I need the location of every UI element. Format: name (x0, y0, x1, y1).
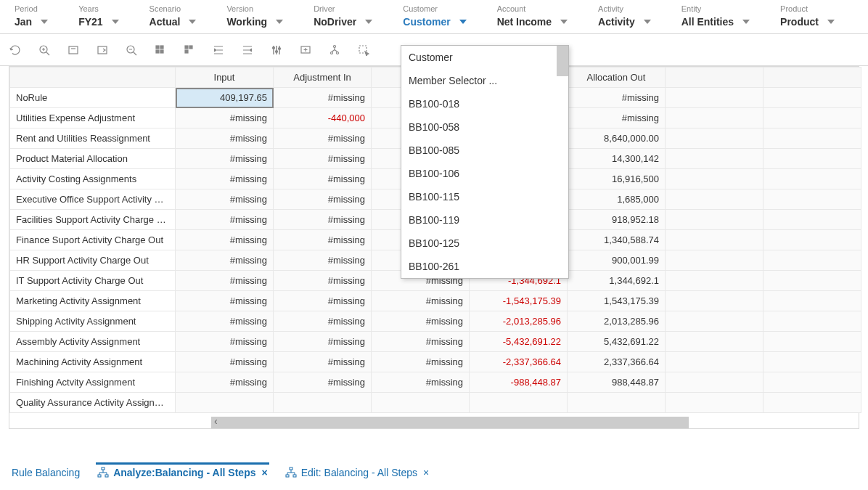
filter-entity[interactable]: EntityAll Entities (673, 3, 771, 29)
filter-value[interactable]: Actual (150, 16, 197, 28)
dropdown-item[interactable]: BB100-119 (401, 208, 568, 232)
grid-remove-icon[interactable] (183, 44, 196, 57)
comment-add-icon[interactable] (299, 44, 312, 57)
bottom-tab[interactable]: Analyze:Balancing - All Steps× (96, 462, 269, 483)
data-cell[interactable] (763, 149, 861, 169)
data-cell[interactable]: 8,640,000.00 (568, 128, 666, 149)
filter-driver[interactable]: DriverNoDriver (305, 3, 394, 29)
data-cell[interactable] (666, 230, 763, 250)
data-cell[interactable]: 988,448.87 (568, 372, 666, 393)
dropdown-scrollbar[interactable] (557, 46, 568, 76)
filter-scenario[interactable]: ScenarioActual (141, 3, 218, 29)
data-cell[interactable]: #missing (176, 189, 274, 210)
data-cell[interactable] (763, 169, 861, 189)
row-header[interactable]: Quality Assurance Activity Assignment (10, 393, 176, 413)
data-cell[interactable]: #missing (176, 352, 274, 372)
indent-left-icon[interactable] (212, 44, 225, 57)
data-cell[interactable]: #missing (176, 149, 274, 169)
data-cell[interactable] (763, 332, 861, 352)
close-icon[interactable]: × (261, 467, 267, 478)
data-cell[interactable]: #missing (372, 311, 470, 332)
data-cell[interactable] (666, 88, 763, 108)
dropdown-item[interactable]: BB100-018 (401, 92, 568, 115)
data-cell[interactable]: #missing (568, 108, 666, 128)
data-cell[interactable]: #missing (176, 311, 274, 332)
data-cell[interactable]: 1,543,175.39 (568, 291, 666, 311)
filter-value[interactable]: All Entities (681, 16, 750, 28)
dropdown-item[interactable]: BB100-125 (401, 232, 568, 255)
data-cell[interactable]: 16,916,500 (568, 169, 666, 189)
data-cell[interactable]: 900,001.99 (568, 250, 666, 271)
data-cell[interactable] (763, 372, 861, 393)
row-header[interactable]: Shipping Activity Assignment (10, 311, 176, 332)
data-cell[interactable] (763, 291, 861, 311)
indent-right-icon[interactable] (241, 44, 254, 57)
data-cell[interactable] (763, 108, 861, 128)
data-cell[interactable]: #missing (274, 149, 372, 169)
data-cell[interactable]: #missing (176, 108, 274, 128)
filter-version[interactable]: VersionWorking (218, 3, 305, 29)
row-header[interactable]: Marketing Activity Assignment (10, 291, 176, 311)
data-cell[interactable]: #missing (274, 189, 372, 210)
zoom-to-icon[interactable] (67, 44, 80, 57)
column-header[interactable] (666, 68, 763, 88)
data-cell[interactable] (176, 393, 274, 413)
data-cell[interactable]: #missing (372, 372, 470, 393)
data-cell[interactable]: #missing (176, 210, 274, 230)
data-cell[interactable] (763, 128, 861, 149)
data-cell[interactable] (666, 128, 763, 149)
column-header[interactable] (763, 68, 861, 88)
data-cell[interactable] (763, 311, 861, 332)
row-header[interactable]: Finance Suport Activity Charge Out (10, 230, 176, 250)
select-area-icon[interactable] (357, 44, 370, 57)
data-cell[interactable]: #missing (176, 291, 274, 311)
data-cell[interactable]: #missing (274, 88, 372, 108)
data-cell[interactable]: #missing (372, 332, 470, 352)
filter-years[interactable]: YearsFY21 (70, 3, 140, 29)
filter-activity[interactable]: ActivityActivity (589, 3, 673, 29)
data-cell[interactable] (666, 291, 763, 311)
data-cell[interactable] (666, 372, 763, 393)
dropdown-item[interactable]: BB100-261 (401, 255, 568, 278)
data-cell[interactable] (470, 393, 568, 413)
column-header[interactable] (10, 68, 176, 88)
bottom-tab[interactable]: Rule Balancing (10, 462, 81, 483)
column-header[interactable]: Input (176, 68, 274, 88)
row-header[interactable]: Rent and Utilities Reassignment (10, 128, 176, 149)
dropdown-item[interactable]: Member Selector ... (401, 69, 568, 92)
horizontal-scrollbar[interactable] (211, 417, 689, 428)
data-cell[interactable]: #missing (274, 128, 372, 149)
row-header[interactable]: Machining Activity Assignment (10, 352, 176, 372)
zoom-in-icon[interactable] (38, 44, 51, 57)
data-cell[interactable]: -5,432,691.22 (470, 332, 568, 352)
filter-account[interactable]: AccountNet Income (488, 3, 589, 29)
filter-value[interactable]: Working (226, 16, 283, 28)
filter-value[interactable]: NoDriver (314, 16, 372, 28)
data-cell[interactable]: 2,337,366.64 (568, 352, 666, 372)
data-cell[interactable]: -2,337,366.64 (470, 352, 568, 372)
data-cell[interactable]: 1,340,588.74 (568, 230, 666, 250)
data-cell[interactable] (763, 210, 861, 230)
row-header[interactable]: Utilities Expense Adjustment (10, 108, 176, 128)
data-cell[interactable] (666, 332, 763, 352)
row-header[interactable]: Executive Office Support Activity Charge (10, 189, 176, 210)
data-cell[interactable] (763, 88, 861, 108)
data-cell[interactable]: #missing (274, 210, 372, 230)
row-header[interactable]: Product Material Allocation (10, 149, 176, 169)
grid-icon[interactable] (154, 44, 167, 57)
data-cell[interactable]: 2,013,285.96 (568, 311, 666, 332)
column-header[interactable]: Allocation Out (568, 68, 666, 88)
data-cell[interactable] (666, 352, 763, 372)
row-header[interactable]: Assembly Activity Assignment (10, 332, 176, 352)
data-cell[interactable]: #missing (372, 291, 470, 311)
data-cell[interactable]: #missing (176, 271, 274, 291)
data-cell[interactable]: #missing (274, 372, 372, 393)
filter-value[interactable]: FY21 (78, 16, 118, 28)
filter-product[interactable]: ProductProduct (771, 3, 856, 29)
dropdown-item[interactable]: BB100-085 (401, 139, 568, 162)
refresh-icon[interactable] (9, 44, 22, 57)
data-cell[interactable]: #missing (372, 352, 470, 372)
data-cell[interactable] (666, 250, 763, 271)
dropdown-item[interactable]: BB100-106 (401, 162, 568, 185)
data-cell[interactable]: #missing (274, 230, 372, 250)
